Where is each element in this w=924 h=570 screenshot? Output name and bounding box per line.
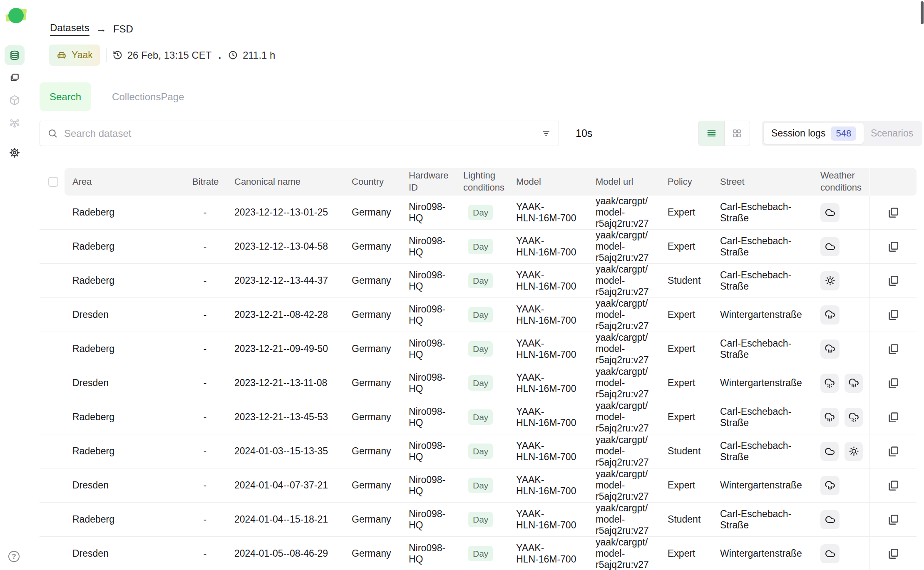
cell-street: Carl-Eschebach-Straße [720,440,820,463]
cell-actions [869,513,917,527]
cell-hardware-id: Niro098-HQ [409,474,463,497]
breadcrumb: Datasets → FSD [50,22,133,36]
scrollbar-thumb[interactable] [921,1,924,24]
cell-lighting: Day [463,307,516,322]
table-row[interactable]: Radeberg-2023-12-12--13-44-37GermanyNiro… [40,264,917,298]
help-icon[interactable]: ? [8,551,20,562]
lighting-badge: Day [468,205,493,220]
table-row[interactable]: Radeberg-2023-12-12--13-01-25GermanyNiro… [40,196,917,230]
copy-button[interactable] [886,274,900,288]
copy-icon [887,240,899,253]
copy-button[interactable] [886,342,900,356]
search-input[interactable] [64,128,535,139]
cell-street: Carl-Eschebach-Straße [720,338,820,360]
network-graph-icon[interactable] [9,117,20,128]
copy-button[interactable] [886,240,900,254]
tab-search[interactable]: Search [40,82,91,111]
collections-folders-icon[interactable] [9,72,20,83]
scenarios-segment[interactable]: Scenarios [864,123,920,144]
breadcrumb-datasets-link[interactable]: Datasets [50,22,89,36]
cell-actions [869,240,917,254]
grid-view-icon [732,128,742,139]
table-row[interactable]: Dresden-2023-12-21--13-11-08GermanyNiro0… [40,366,917,400]
cloud-icon [820,442,839,461]
cell-bitrate: - [192,309,234,320]
app-logo-icon [5,7,27,26]
cell-hardware-id: Niro098-HQ [409,270,463,292]
cell-model: YAAK-HLN-16M-700 [516,474,596,497]
dataset-table: AreaBitrateCanonical nameCountryHardware… [40,168,917,570]
filter-icon[interactable] [541,129,551,139]
table-row[interactable]: Radeberg-2023-12-21--13-45-53GermanyNiro… [40,400,917,434]
toolbar: 10s Session logs 548 Scenarios [40,121,922,146]
cell-bitrate: - [192,241,234,252]
models-cube-icon[interactable] [9,95,20,106]
cell-lighting: Day [463,239,516,254]
cell-street: Carl-Eschebach-Straße [720,508,820,531]
header-cell-bitrate: Bitrate [192,176,234,188]
cell-actions [869,410,917,424]
copy-button[interactable] [886,444,900,458]
header-cell-policy: Policy [668,176,720,188]
cell-lighting: Day [463,341,516,357]
cell-policy: Student [668,446,720,457]
header-cell-select [40,177,72,187]
cell-model-url: yaak/cargpt/model-r5ajq2ru:v27 [596,196,668,229]
cell-policy: Student [668,275,720,286]
copy-button[interactable] [886,547,900,561]
cell-hardware-id: Niro098-HQ [409,406,463,429]
session-logs-segment[interactable]: Session logs 548 [764,123,864,144]
cell-model-url: yaak/cargpt/model-r5ajq2ru:v27 [596,503,668,536]
cell-weather-conditions [820,374,869,393]
cell-actions [869,274,917,288]
cloud-icon [820,203,840,222]
tab-collections-page[interactable]: CollectionsPage [112,91,184,103]
table-row[interactable]: Dresden-2024-01-04--07-37-21GermanyNiro0… [40,468,917,503]
cell-actions [869,206,917,220]
search-icon [47,128,58,139]
cell-actions [869,308,917,322]
header-cell-model-url: Model url [596,176,668,188]
lighting-badge: Day [468,239,493,254]
cell-weather-conditions [820,476,869,495]
breadcrumb-arrow-icon: → [96,23,107,35]
select-all-checkbox[interactable] [48,177,58,187]
copy-button[interactable] [886,206,900,220]
cell-model-url: yaak/cargpt/model-r5ajq2ru:v27 [596,537,668,570]
cell-policy: Expert [668,411,720,423]
table-row[interactable]: Radeberg-2024-01-04--15-18-21GermanyNiro… [40,503,917,537]
cell-model: YAAK-HLN-16M-700 [516,270,596,292]
grid-view-button[interactable] [724,121,750,146]
table-row[interactable]: Radeberg-2024-01-03--15-13-35GermanyNiro… [40,434,917,468]
lighting-badge: Day [468,307,493,322]
drizzle-icon [845,408,863,427]
list-view-button[interactable] [699,121,724,146]
lighting-badge: Day [468,512,493,527]
source-badge-label: Yaak [72,50,93,61]
copy-icon [887,548,899,560]
cell-bitrate: - [192,548,234,559]
table-row[interactable]: Dresden-2024-01-05--08-46-29GermanyNiro0… [40,537,917,570]
table-row[interactable]: Radeberg-2023-12-21--09-49-50GermanyNiro… [40,332,917,366]
cell-bitrate: - [192,411,234,423]
cell-actions [869,376,917,390]
table-row[interactable]: Dresden-2023-12-21--08-42-28GermanyNiro0… [40,298,917,332]
copy-button[interactable] [886,308,900,322]
cell-canonical-name: 2024-01-03--15-13-35 [234,446,352,457]
datasets-database-icon[interactable] [9,50,20,61]
copy-button[interactable] [886,376,900,390]
copy-button[interactable] [886,410,900,424]
cell-canonical-name: 2024-01-04--07-37-21 [234,480,352,491]
copy-button[interactable] [886,513,900,527]
cell-lighting: Day [463,205,516,220]
cell-street: Wintergartenstraße [720,309,820,320]
cell-model: YAAK-HLN-16M-700 [516,372,596,394]
table-row[interactable]: Radeberg-2023-12-12--13-04-58GermanyNiro… [40,230,917,264]
session-logs-count-badge: 548 [831,126,856,141]
settings-gear-icon[interactable] [9,147,20,158]
cell-hardware-id: Niro098-HQ [409,440,463,463]
cell-street: Wintergartenstraße [720,377,820,389]
cell-country: Germany [352,514,409,525]
copy-button[interactable] [886,478,900,493]
cell-canonical-name: 2023-12-12--13-44-37 [234,275,352,286]
